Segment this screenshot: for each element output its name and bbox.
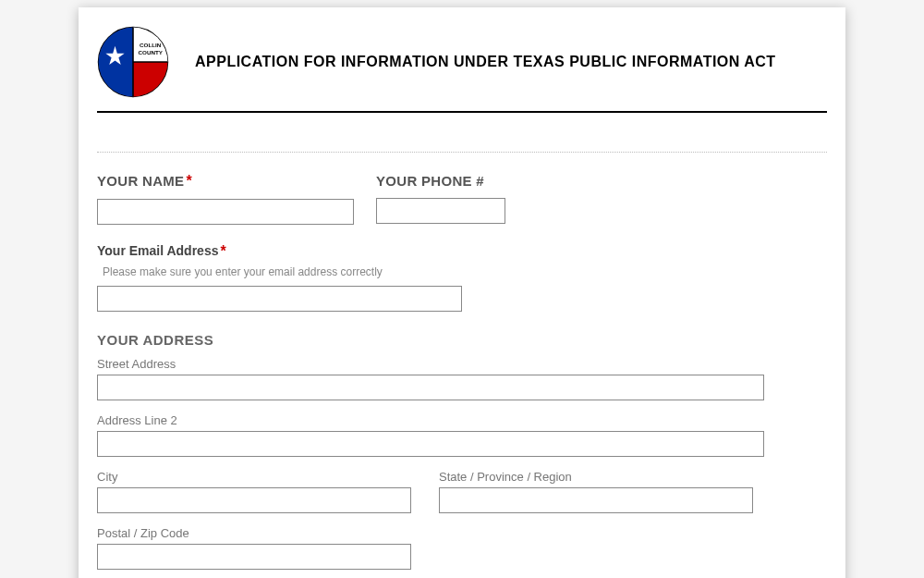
email-label: Your Email Address*: [97, 243, 462, 260]
address-section-label: YOUR ADDRESS: [97, 332, 827, 348]
collin-county-logo: COLLIN COUNTY: [97, 26, 169, 98]
email-helper: Please make sure you enter your email ad…: [103, 265, 462, 278]
postal-input[interactable]: [97, 544, 411, 570]
name-input[interactable]: [97, 199, 354, 225]
name-label: YOUR NAME*: [97, 173, 354, 190]
line2-label: Address Line 2: [97, 413, 764, 427]
street-input[interactable]: [97, 375, 764, 400]
phone-label: YOUR PHONE #: [376, 173, 505, 189]
state-label: State / Province / Region: [439, 470, 753, 484]
required-mark: *: [186, 173, 192, 189]
city-label: City: [97, 470, 411, 484]
email-input[interactable]: [97, 286, 462, 312]
street-label: Street Address: [97, 357, 764, 371]
form-page: COLLIN COUNTY APPLICATION FOR INFORMATIO…: [79, 7, 845, 578]
page-title: APPLICATION FOR INFORMATION UNDER TEXAS …: [195, 54, 776, 70]
phone-input[interactable]: [376, 198, 505, 224]
divider-dotted: [97, 152, 827, 153]
postal-label: Postal / Zip Code: [97, 526, 411, 540]
state-input[interactable]: [439, 487, 753, 513]
line2-input[interactable]: [97, 431, 764, 457]
city-input[interactable]: [97, 487, 411, 513]
header: COLLIN COUNTY APPLICATION FOR INFORMATIO…: [97, 26, 827, 111]
required-mark: *: [220, 243, 225, 259]
svg-text:COLLIN: COLLIN: [140, 42, 162, 48]
svg-text:COUNTY: COUNTY: [139, 49, 164, 55]
divider-thick: [97, 111, 827, 113]
